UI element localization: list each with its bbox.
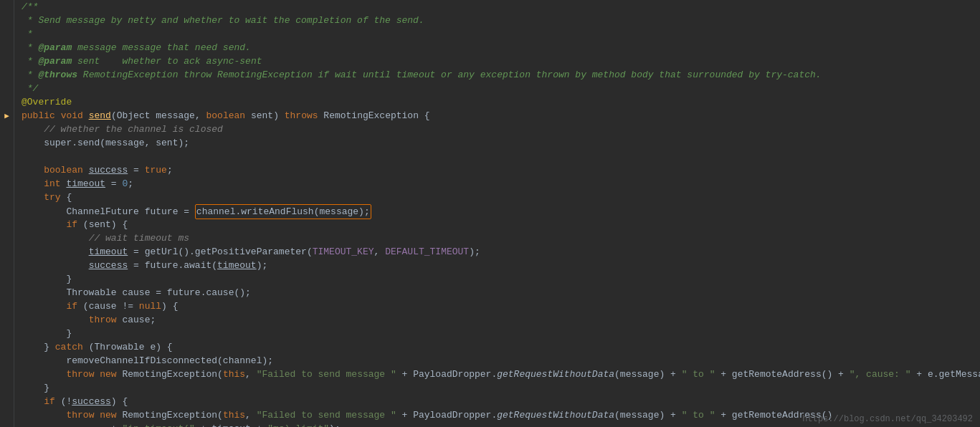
- gutter-mark: [0, 259, 14, 272]
- gutter-mark: [0, 68, 14, 82]
- code-line: }: [22, 272, 980, 286]
- gutter-mark: [0, 368, 14, 381]
- gutter-mark: [0, 177, 14, 191]
- gutter-mark: [0, 191, 14, 204]
- code-area: ▶ /**: [0, 0, 980, 427]
- code-line: [22, 150, 980, 163]
- code-line: if (cause != null) {: [22, 299, 980, 313]
- gutter-mark: [0, 422, 14, 427]
- code-line: if (sent) {: [22, 218, 980, 231]
- gutter-mark: [0, 313, 14, 327]
- code-line: // wait timeout ms: [22, 231, 980, 245]
- code-line: * @throws RemotingException throw Remoti…: [22, 68, 980, 82]
- url-bar: https://blog.csdn.net/qq_34203492: [802, 414, 973, 424]
- gutter-mark: [0, 204, 14, 218]
- gutter-mark: [0, 0, 14, 14]
- gutter-mark: [0, 340, 14, 354]
- code-line: /**: [22, 0, 980, 14]
- gutter-mark: [0, 150, 14, 163]
- code-line: Throwable cause = future.cause();: [22, 286, 980, 299]
- code-line: if (!success) {: [22, 395, 980, 408]
- code-line: * @param sent whether to ack async-sent: [22, 54, 980, 68]
- code-line: boolean success = true;: [22, 163, 980, 177]
- code-content: /** * Send message by netty and whether …: [14, 0, 980, 427]
- gutter-mark: [0, 41, 14, 54]
- code-line: int timeout = 0;: [22, 177, 980, 191]
- code-line: }: [22, 381, 980, 395]
- code-line: } catch (Throwable e) {: [22, 340, 980, 354]
- code-line: try {: [22, 191, 980, 204]
- highlight-box: channel.writeAndFlush(message);: [195, 204, 371, 219]
- gutter-mark: [0, 354, 14, 368]
- gutter-mark: [0, 272, 14, 286]
- gutter-mark: [0, 123, 14, 136]
- code-line: timeout = getUrl().getPositiveParameter(…: [22, 245, 980, 259]
- gutter: ▶: [0, 0, 14, 427]
- gutter-mark: [0, 408, 14, 422]
- code-line: success = future.await(timeout);: [22, 259, 980, 272]
- code-line: public void send(Object message, boolean…: [22, 109, 980, 123]
- code-line: throw cause;: [22, 313, 980, 327]
- gutter-mark: [0, 82, 14, 95]
- code-line: * @param message message that need send.: [22, 41, 980, 54]
- gutter-mark: [0, 395, 14, 408]
- code-line: ChannelFuture future = channel.writeAndF…: [22, 204, 980, 218]
- code-line: // whether the channel is closed: [22, 123, 980, 136]
- gutter-mark: [0, 14, 14, 27]
- code-line: removeChannelIfDisconnected(channel);: [22, 354, 980, 368]
- gutter-mark: [0, 381, 14, 395]
- gutter-mark: [0, 27, 14, 41]
- gutter-mark: [0, 286, 14, 299]
- code-line: }: [22, 327, 980, 340]
- code-editor: ▶ /**: [0, 0, 980, 427]
- gutter-mark: [0, 231, 14, 245]
- code-line: throw new RemotingException(this, "Faile…: [22, 368, 980, 381]
- gutter-mark: [0, 327, 14, 340]
- code-line: @Override: [22, 95, 980, 109]
- code-line: super.send(message, sent);: [22, 136, 980, 150]
- gutter-mark: [0, 299, 14, 313]
- gutter-mark: [0, 245, 14, 259]
- gutter-mark: ▶: [0, 109, 14, 123]
- code-line: * Send message by netty and whether to w…: [22, 14, 980, 27]
- gutter-mark: [0, 54, 14, 68]
- gutter-mark: [0, 218, 14, 231]
- gutter-mark: [0, 95, 14, 109]
- code-line: */: [22, 82, 980, 95]
- code-line: *: [22, 27, 980, 41]
- gutter-mark: [0, 163, 14, 177]
- gutter-mark: [0, 136, 14, 150]
